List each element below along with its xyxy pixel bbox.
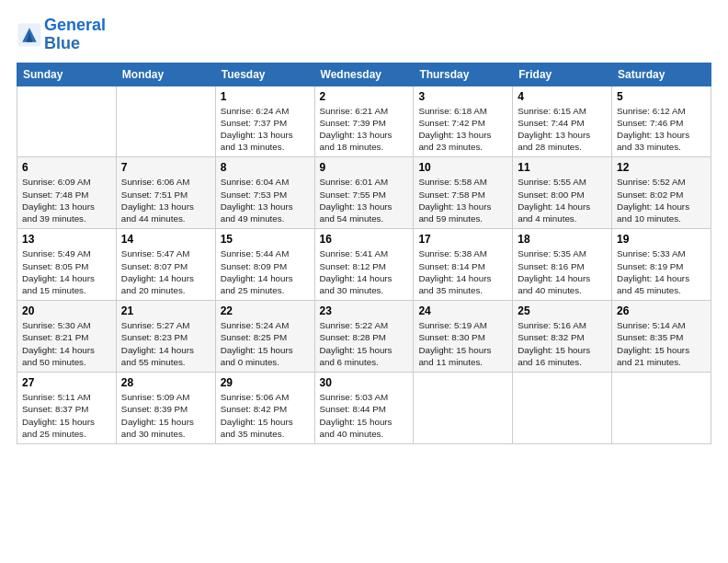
calendar-cell: 20Sunrise: 5:30 AMSunset: 8:21 PMDayligh… xyxy=(17,301,117,373)
day-info: Sunrise: 5:52 AMSunset: 8:02 PMDaylight:… xyxy=(617,176,706,224)
calendar-week-2: 6Sunrise: 6:09 AMSunset: 7:48 PMDaylight… xyxy=(17,157,711,229)
day-info: Sunrise: 6:12 AMSunset: 7:46 PMDaylight:… xyxy=(617,105,706,154)
calendar-cell xyxy=(612,373,711,444)
calendar-header-friday: Friday xyxy=(513,63,612,86)
calendar-cell xyxy=(414,373,513,444)
day-number: 7 xyxy=(121,161,210,174)
day-info: Sunrise: 5:11 AMSunset: 8:37 PMDaylight:… xyxy=(22,391,111,440)
calendar-cell: 6Sunrise: 6:09 AMSunset: 7:48 PMDaylight… xyxy=(17,157,117,229)
calendar-cell: 13Sunrise: 5:49 AMSunset: 8:05 PMDayligh… xyxy=(17,229,117,301)
day-info: Sunrise: 5:27 AMSunset: 8:23 PMDaylight:… xyxy=(121,319,210,368)
header: General Blue xyxy=(17,17,711,53)
logo: General Blue xyxy=(17,17,106,53)
day-info: Sunrise: 5:06 AMSunset: 8:42 PMDaylight:… xyxy=(221,391,310,440)
calendar-cell: 25Sunrise: 5:16 AMSunset: 8:32 PMDayligh… xyxy=(513,301,612,373)
day-info: Sunrise: 5:41 AMSunset: 8:12 PMDaylight:… xyxy=(320,247,409,296)
day-number: 22 xyxy=(221,304,310,317)
logo-text: General Blue xyxy=(44,17,106,53)
day-number: 28 xyxy=(121,376,210,389)
calendar-cell: 26Sunrise: 5:14 AMSunset: 8:35 PMDayligh… xyxy=(612,301,711,373)
day-number: 3 xyxy=(418,90,507,103)
day-info: Sunrise: 5:55 AMSunset: 8:00 PMDaylight:… xyxy=(518,176,607,224)
calendar-week-4: 20Sunrise: 5:30 AMSunset: 8:21 PMDayligh… xyxy=(17,301,711,373)
day-number: 24 xyxy=(418,304,507,317)
calendar-cell: 3Sunrise: 6:18 AMSunset: 7:42 PMDaylight… xyxy=(414,86,513,157)
day-number: 19 xyxy=(617,233,706,246)
day-number: 14 xyxy=(121,233,210,246)
calendar-cell: 4Sunrise: 6:15 AMSunset: 7:44 PMDaylight… xyxy=(513,86,612,157)
calendar-week-5: 27Sunrise: 5:11 AMSunset: 8:37 PMDayligh… xyxy=(17,373,711,444)
logo-line2: Blue xyxy=(44,34,80,52)
day-number: 21 xyxy=(121,304,210,317)
calendar-cell: 30Sunrise: 5:03 AMSunset: 8:44 PMDayligh… xyxy=(314,373,414,444)
day-number: 12 xyxy=(617,161,706,174)
calendar-cell: 27Sunrise: 5:11 AMSunset: 8:37 PMDayligh… xyxy=(17,373,117,444)
calendar-cell xyxy=(116,86,215,157)
day-number: 26 xyxy=(617,304,706,317)
calendar-week-1: 1Sunrise: 6:24 AMSunset: 7:37 PMDaylight… xyxy=(17,86,711,157)
day-info: Sunrise: 6:04 AMSunset: 7:53 PMDaylight:… xyxy=(221,176,310,224)
day-number: 16 xyxy=(320,233,409,246)
calendar-cell: 17Sunrise: 5:38 AMSunset: 8:14 PMDayligh… xyxy=(414,229,513,301)
day-info: Sunrise: 6:01 AMSunset: 7:55 PMDaylight:… xyxy=(320,176,409,224)
day-number: 9 xyxy=(320,161,409,174)
day-info: Sunrise: 5:33 AMSunset: 8:19 PMDaylight:… xyxy=(617,247,706,296)
calendar-header-wednesday: Wednesday xyxy=(314,63,414,86)
day-number: 15 xyxy=(221,233,310,246)
day-info: Sunrise: 6:09 AMSunset: 7:48 PMDaylight:… xyxy=(22,176,111,224)
day-number: 2 xyxy=(320,90,409,103)
day-number: 25 xyxy=(518,304,607,317)
logo-line1: General xyxy=(44,16,106,34)
calendar-cell: 14Sunrise: 5:47 AMSunset: 8:07 PMDayligh… xyxy=(116,229,215,301)
logo-icon xyxy=(17,22,42,48)
day-info: Sunrise: 5:22 AMSunset: 8:28 PMDaylight:… xyxy=(320,319,409,368)
day-number: 5 xyxy=(617,90,706,103)
day-info: Sunrise: 6:21 AMSunset: 7:39 PMDaylight:… xyxy=(320,105,409,154)
day-number: 10 xyxy=(418,161,507,174)
day-info: Sunrise: 5:30 AMSunset: 8:21 PMDaylight:… xyxy=(22,319,111,368)
day-info: Sunrise: 5:49 AMSunset: 8:05 PMDaylight:… xyxy=(22,247,111,296)
calendar-table: SundayMondayTuesdayWednesdayThursdayFrid… xyxy=(17,63,711,444)
day-number: 29 xyxy=(221,376,310,389)
day-number: 27 xyxy=(22,376,111,389)
day-info: Sunrise: 5:24 AMSunset: 8:25 PMDaylight:… xyxy=(221,319,310,368)
day-info: Sunrise: 5:47 AMSunset: 8:07 PMDaylight:… xyxy=(121,247,210,296)
day-info: Sunrise: 5:35 AMSunset: 8:16 PMDaylight:… xyxy=(518,247,607,296)
calendar-cell: 10Sunrise: 5:58 AMSunset: 7:58 PMDayligh… xyxy=(414,157,513,229)
calendar-cell: 28Sunrise: 5:09 AMSunset: 8:39 PMDayligh… xyxy=(116,373,215,444)
day-info: Sunrise: 6:15 AMSunset: 7:44 PMDaylight:… xyxy=(518,105,607,154)
day-number: 18 xyxy=(518,233,607,246)
calendar-cell: 5Sunrise: 6:12 AMSunset: 7:46 PMDaylight… xyxy=(612,86,711,157)
day-number: 4 xyxy=(518,90,607,103)
day-info: Sunrise: 6:24 AMSunset: 7:37 PMDaylight:… xyxy=(221,105,310,154)
day-number: 11 xyxy=(518,161,607,174)
calendar-cell: 23Sunrise: 5:22 AMSunset: 8:28 PMDayligh… xyxy=(314,301,414,373)
day-number: 17 xyxy=(418,233,507,246)
day-info: Sunrise: 5:58 AMSunset: 7:58 PMDaylight:… xyxy=(418,176,507,224)
day-info: Sunrise: 5:38 AMSunset: 8:14 PMDaylight:… xyxy=(418,247,507,296)
day-number: 1 xyxy=(221,90,310,103)
calendar-cell: 18Sunrise: 5:35 AMSunset: 8:16 PMDayligh… xyxy=(513,229,612,301)
calendar-header-sunday: Sunday xyxy=(17,63,117,86)
calendar-cell: 11Sunrise: 5:55 AMSunset: 8:00 PMDayligh… xyxy=(513,157,612,229)
day-number: 13 xyxy=(22,233,111,246)
calendar-cell: 19Sunrise: 5:33 AMSunset: 8:19 PMDayligh… xyxy=(612,229,711,301)
calendar-header-monday: Monday xyxy=(116,63,215,86)
calendar-cell xyxy=(17,86,117,157)
calendar-cell: 2Sunrise: 6:21 AMSunset: 7:39 PMDaylight… xyxy=(314,86,414,157)
day-info: Sunrise: 5:16 AMSunset: 8:32 PMDaylight:… xyxy=(518,319,607,368)
calendar-cell: 15Sunrise: 5:44 AMSunset: 8:09 PMDayligh… xyxy=(215,229,314,301)
calendar-cell: 8Sunrise: 6:04 AMSunset: 7:53 PMDaylight… xyxy=(215,157,314,229)
day-number: 30 xyxy=(320,376,409,389)
day-number: 20 xyxy=(22,304,111,317)
day-info: Sunrise: 5:09 AMSunset: 8:39 PMDaylight:… xyxy=(121,391,210,440)
calendar-cell: 9Sunrise: 6:01 AMSunset: 7:55 PMDaylight… xyxy=(314,157,414,229)
page: General Blue SundayMondayTuesdayWednesda… xyxy=(0,0,728,563)
calendar-cell: 7Sunrise: 6:06 AMSunset: 7:51 PMDaylight… xyxy=(116,157,215,229)
calendar-cell: 29Sunrise: 5:06 AMSunset: 8:42 PMDayligh… xyxy=(215,373,314,444)
calendar-header-saturday: Saturday xyxy=(612,63,711,86)
day-info: Sunrise: 5:14 AMSunset: 8:35 PMDaylight:… xyxy=(617,319,706,368)
calendar-cell: 1Sunrise: 6:24 AMSunset: 7:37 PMDaylight… xyxy=(215,86,314,157)
calendar-cell: 21Sunrise: 5:27 AMSunset: 8:23 PMDayligh… xyxy=(116,301,215,373)
day-info: Sunrise: 6:06 AMSunset: 7:51 PMDaylight:… xyxy=(121,176,210,224)
